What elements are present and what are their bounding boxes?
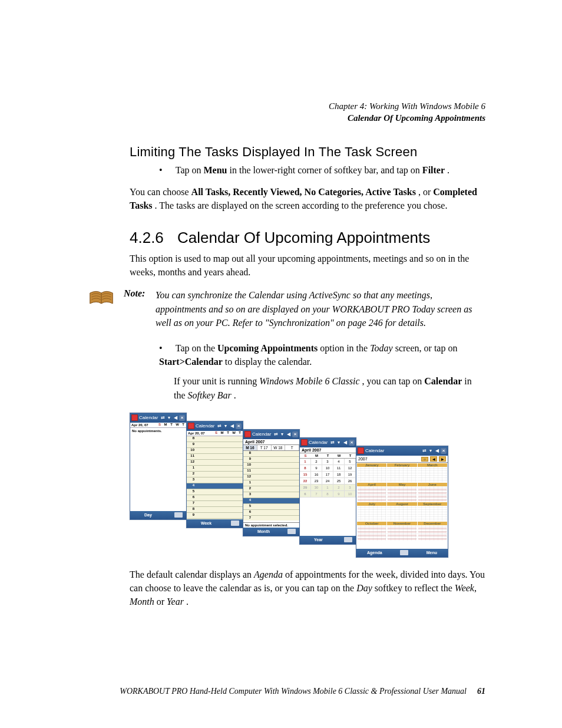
hour-cell[interactable] <box>252 504 299 509</box>
dow-t2[interactable]: T <box>180 423 186 427</box>
hour-cell[interactable] <box>252 510 299 515</box>
dow-t2[interactable]: T <box>237 431 243 436</box>
week-tab[interactable]: T 17 <box>257 445 272 450</box>
month-day-cell[interactable]: 4 <box>333 459 345 465</box>
hour-row[interactable]: 8 <box>243 451 299 457</box>
dow-w[interactable]: W <box>231 431 237 436</box>
volume-icon[interactable]: ◀ <box>342 440 348 446</box>
hour-cell[interactable] <box>195 483 243 489</box>
month-day-cell[interactable]: 25 <box>333 478 345 485</box>
signal-icon[interactable]: ▾ <box>279 431 285 437</box>
hour-cell[interactable] <box>195 507 243 512</box>
hour-row[interactable]: 6 <box>187 495 243 501</box>
hour-row[interactable]: 6 <box>243 510 299 516</box>
week-tab[interactable]: W 18 <box>272 445 286 450</box>
connectivity-icon[interactable]: ⇄ <box>273 431 279 437</box>
start-icon[interactable] <box>188 423 194 429</box>
month-day-cell[interactable]: 3 <box>322 459 333 465</box>
month-day-cell[interactable]: 2 <box>311 459 322 465</box>
dow-s[interactable]: S <box>157 423 163 427</box>
hour-row[interactable]: 5 <box>187 489 243 495</box>
month-day-cell[interactable]: 18 <box>333 472 345 478</box>
month-day-cell[interactable]: 8 <box>322 491 333 498</box>
hour-row[interactable]: 7 <box>187 501 243 507</box>
hour-row[interactable]: 4 <box>243 498 299 504</box>
hour-row[interactable]: 2 <box>243 486 299 492</box>
month-day-cell[interactable]: 22 <box>300 478 311 485</box>
dow-w[interactable]: W <box>174 423 180 427</box>
volume-icon[interactable]: ◀ <box>229 423 235 429</box>
hour-cell[interactable] <box>252 475 299 480</box>
hour-row[interactable]: 12 <box>187 460 243 466</box>
connectivity-icon[interactable]: ⇄ <box>160 415 166 421</box>
dow-t[interactable]: T <box>168 423 174 427</box>
month-day-cell[interactable]: 8 <box>300 465 311 472</box>
month-day-cell[interactable]: 23 <box>311 478 322 485</box>
month-day-cell[interactable]: 30 <box>311 485 322 491</box>
softkey-year[interactable]: Year <box>314 538 323 542</box>
softkey-menu[interactable]: Menu <box>427 551 437 555</box>
month-day-cell[interactable]: 10 <box>345 491 356 498</box>
hour-row[interactable]: 1 <box>243 480 299 486</box>
hour-row[interactable]: 8 <box>187 507 243 513</box>
signal-icon[interactable]: ▾ <box>166 415 172 421</box>
signal-icon[interactable]: ▾ <box>336 440 342 446</box>
softkey-agenda[interactable]: Agenda <box>367 551 382 555</box>
month-day-cell[interactable]: 11 <box>333 465 345 472</box>
hour-cell[interactable] <box>195 472 243 477</box>
month-day-cell[interactable]: 29 <box>300 485 311 491</box>
week-tab[interactable]: T <box>285 445 299 450</box>
close-icon[interactable]: × <box>441 448 447 454</box>
hour-cell[interactable] <box>252 516 299 521</box>
week-tab[interactable]: M 16 <box>243 445 257 450</box>
month-day-cell[interactable]: 1 <box>322 485 333 491</box>
mini-month[interactable]: May <box>387 483 416 502</box>
hour-cell[interactable] <box>252 480 299 486</box>
today-icon[interactable]: ☼ <box>421 457 428 462</box>
mini-month[interactable]: December <box>418 522 447 541</box>
month-day-cell[interactable]: 6 <box>300 491 311 498</box>
hour-row[interactable]: 12 <box>243 475 299 480</box>
signal-icon[interactable]: ▾ <box>428 448 434 454</box>
hour-cell[interactable] <box>195 495 243 500</box>
month-day-cell[interactable]: 12 <box>345 465 356 472</box>
mini-month[interactable]: March <box>418 463 447 482</box>
hour-cell[interactable] <box>195 489 243 495</box>
hour-cell[interactable] <box>252 492 299 498</box>
volume-icon[interactable]: ◀ <box>434 448 440 454</box>
month-day-cell[interactable]: 9 <box>333 491 345 498</box>
hour-cell[interactable] <box>195 436 243 442</box>
close-icon[interactable]: × <box>292 431 298 437</box>
month-day-cell[interactable]: 5 <box>345 459 356 465</box>
mini-month[interactable]: September <box>418 502 447 521</box>
hour-cell[interactable] <box>195 477 243 483</box>
hour-cell[interactable] <box>195 448 243 453</box>
hour-cell[interactable] <box>195 466 243 471</box>
mini-month[interactable]: January <box>357 463 386 482</box>
softkey-day[interactable]: Day <box>144 513 152 517</box>
hour-cell[interactable] <box>195 454 243 459</box>
hour-row[interactable]: 9 <box>187 513 243 519</box>
month-day-cell[interactable]: 17 <box>322 472 333 478</box>
softkey-month[interactable]: Month <box>257 529 270 533</box>
start-icon[interactable] <box>131 414 138 421</box>
hour-cell[interactable] <box>252 469 299 474</box>
hour-cell[interactable] <box>195 460 243 465</box>
connectivity-icon[interactable]: ⇄ <box>216 423 222 429</box>
dow-m[interactable]: M <box>219 431 225 436</box>
month-day-cell[interactable]: 10 <box>322 465 333 472</box>
close-icon[interactable]: × <box>349 440 355 446</box>
mini-month[interactable]: October <box>357 522 386 541</box>
hour-row[interactable]: 3 <box>187 477 243 483</box>
keyboard-icon[interactable] <box>400 550 408 555</box>
start-icon[interactable] <box>301 439 308 446</box>
dow-m[interactable]: M <box>163 423 168 427</box>
month-day-cell[interactable]: 1 <box>300 459 311 465</box>
volume-icon[interactable]: ◀ <box>286 431 292 437</box>
close-icon[interactable]: × <box>236 423 242 429</box>
month-day-cell[interactable]: 9 <box>311 465 322 472</box>
connectivity-icon[interactable]: ⇄ <box>329 440 335 446</box>
hour-row[interactable]: 4 <box>187 483 243 489</box>
hour-row[interactable]: 10 <box>187 448 243 454</box>
hour-cell[interactable] <box>252 451 299 456</box>
